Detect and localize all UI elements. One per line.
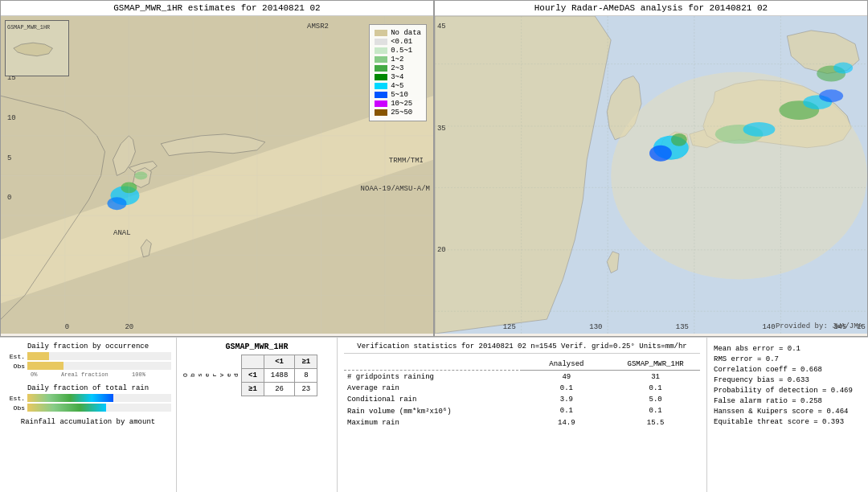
score-hanssen-kuipers: Hanssen & Kuipers score = 0.464 [714,408,862,416]
axis-label-occurrence: 0% Areal fraction 100% [5,371,171,378]
est-rain-bar-row: Est. [5,394,171,402]
contingency-empty-cell [242,355,264,369]
provided-by-label: Provided by: JWA/JMA [776,322,862,330]
legend-color-no-data [375,30,387,36]
charts-area: Daily fraction by occurrence Est. Obs 0% [0,338,177,492]
contingency-row-ge1: ≥1 26 23 [242,383,317,396]
svg-point-37 [819,89,843,102]
left-map-title: GSMAP_MWR_1HR estimates for 20140821 02 [1,1,433,16]
main-container: GSMAP_MWR_1HR estimates for 20140821 02 [0,0,868,492]
est-occurrence-bar [27,352,171,360]
est-occurrence-bar-row: Est. [5,352,171,360]
right-map-content: 45 35 20 125 130 135 140 145 15 Provided… [435,16,867,334]
svg-point-31 [649,146,672,162]
map-legend: No data <0.01 0.5~1 1~2 [369,24,427,121]
right-map-panel: Hourly Radar-AMeDAS analysis for 2014082… [434,0,868,337]
contingency-header-row: <1 ≥1 [242,355,317,369]
score-equitable-threat: Equitable threat score = 0.393 [714,418,862,426]
verif-row-1: Average rain 0.1 0.1 [344,383,700,394]
anal-label: ANAL [113,229,131,237]
score-prob-detection: Probability of detection = 0.469 [714,387,862,395]
contingency-table: <1 ≥1 <1 1488 8 ≥1 26 23 [241,355,317,396]
svg-text:135: 135 [676,323,689,331]
svg-text:GSMAP_MWR_1HR: GSMAP_MWR_1HR [7,24,50,31]
cell-ge1-lt1: 26 [264,383,295,396]
rainfall-label: Rainfall accumulation by amount [5,418,171,426]
legend-no-data: No data [375,29,421,37]
svg-text:0: 0 [65,323,69,331]
cell-lt1-ge1: 8 [295,369,317,383]
obs-label-occ: Obs [5,363,25,370]
score-freq-bias: Frequency bias = 0.633 [714,376,862,384]
svg-text:20: 20 [125,323,133,331]
verif-analysed-2: 3.9 [522,394,612,405]
verif-gsmap-4: 15.5 [611,417,700,428]
est-label-rain: Est. [5,395,25,402]
svg-point-4 [108,197,127,210]
trmm-label: TRMM/TMI [389,157,424,165]
verif-gsmap-0: 31 [611,371,700,383]
contingency-wrapper: Observed <1 ≥1 <1 1488 8 [182,355,332,396]
verif-col-gsmap: GSMAP_MWR_1HR [611,359,700,371]
obs-label-rain: Obs [5,404,25,412]
svg-point-34 [743,122,776,137]
contingency-row-lt1: <1 1488 8 [242,369,317,383]
daily-rain-chart: Est. Obs [5,394,171,412]
verif-row-2: Conditional rain 3.9 5.0 [344,394,700,405]
svg-text:5: 5 [7,154,11,162]
obs-rain-bar-row: Obs [5,404,171,412]
amsr2-label: AMSR2 [307,23,329,31]
contingency-table-wrapper: <1 ≥1 <1 1488 8 ≥1 26 23 [241,355,317,396]
score-rms: RMS error = 0.7 [714,355,862,363]
score-mean-abs: Mean abs error = 0.1 [714,345,862,353]
svg-point-32 [671,133,687,146]
contingency-title: GSMAP_MWR_1HR [182,342,332,351]
verif-label-3: Rain volume (mm*km²x10⁶) [344,405,522,417]
verif-table: Analysed GSMAP_MWR_1HR # gridpoints rain… [344,359,700,428]
svg-text:10: 10 [7,114,16,122]
verif-label-0: # gridpoints raining [344,371,522,383]
verif-label-4: Maximum rain [344,417,522,428]
verif-row-0: # gridpoints raining 49 31 [344,371,700,383]
contingency-col-lt1: <1 [264,355,295,369]
obs-occurrence-bar-row: Obs [5,362,171,370]
svg-text:35: 35 [437,125,446,133]
bottom-section: Daily fraction by occurrence Est. Obs 0% [0,338,868,492]
verif-row-4: Maximum rain 14.9 15.5 [344,417,700,428]
verification-area: Verification statistics for 20140821 02 … [338,338,707,492]
contingency-area: GSMAP_MWR_1HR Observed <1 ≥1 <1 1488 [177,338,338,492]
obs-vertical-label: Observed [182,355,240,396]
right-map-svg: 45 35 20 125 130 135 140 145 15 [435,16,867,334]
est-rain-bar [27,394,171,402]
obs-occurrence-bar [27,362,171,370]
contingency-col-ge1: ≥1 [295,355,317,369]
verif-row-3: Rain volume (mm*km²x10⁶) 0.1 0.1 [344,405,700,417]
svg-text:130: 130 [589,323,602,331]
right-map-title: Hourly Radar-AMeDAS analysis for 2014082… [435,1,867,16]
score-correlation: Correlation coeff = 0.668 [714,366,862,374]
daily-rain-title: Daily fraction of total rain [5,384,171,392]
maps-section: GSMAP_MWR_1HR estimates for 20140821 02 [0,0,868,338]
cell-lt1-lt1: 1488 [264,369,295,383]
verif-title: Verification statistics for 20140821 02 … [344,342,700,354]
verif-header-row: Analysed GSMAP_MWR_1HR [344,359,700,371]
verif-label-2: Conditional rain [344,394,522,405]
svg-text:45: 45 [437,23,446,31]
svg-text:125: 125 [503,323,516,331]
verif-analysed-0: 49 [522,371,612,383]
score-false-alarm: False alarm ratio = 0.258 [714,397,862,405]
left-map-inset: GSMAP_MWR_1HR [5,20,69,76]
verif-gsmap-3: 0.1 [611,405,700,417]
daily-occurrence-title: Daily fraction by occurrence [5,342,171,351]
left-map-panel: GSMAP_MWR_1HR estimates for 20140821 02 [0,0,434,337]
svg-text:140: 140 [762,323,775,331]
contingency-row-header-ge1: ≥1 [242,383,264,396]
cell-ge1-ge1: 23 [295,383,317,396]
verif-gsmap-1: 0.1 [611,383,700,394]
left-map-content: 20 15 10 5 0 0 20 GSMAP_MWR_1HR [1,16,433,334]
svg-text:20: 20 [437,246,446,254]
verif-analysed-1: 0.1 [522,383,612,394]
svg-text:0: 0 [7,194,11,202]
noaa-label: NOAA-19/AMSU-A/M [361,185,430,193]
verif-label-1: Average rain [344,383,522,394]
